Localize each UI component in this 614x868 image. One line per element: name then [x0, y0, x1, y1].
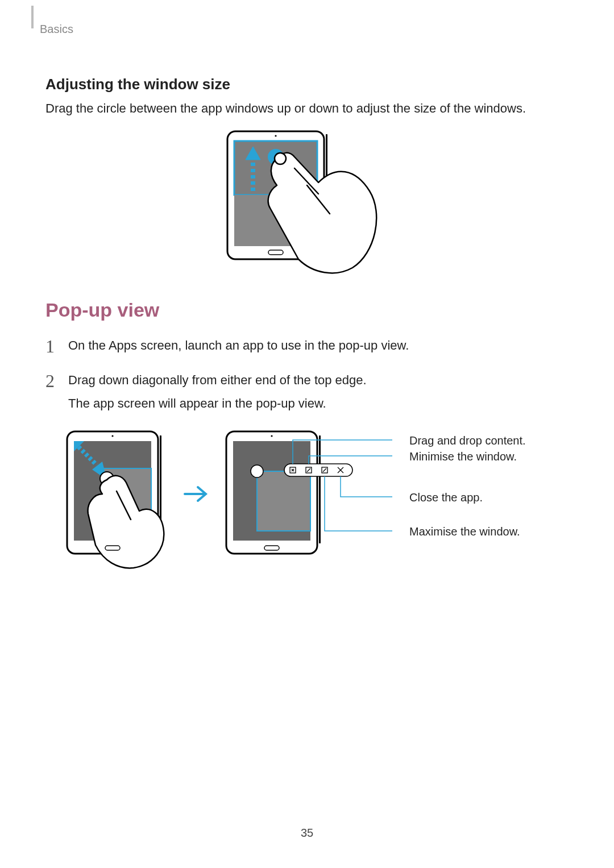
heading-popup-view: Pop-up view [45, 299, 569, 321]
step-1-text: On the Apps screen, launch an app to use… [68, 338, 409, 352]
svg-point-16 [111, 435, 113, 437]
step-2-text: Drag down diagonally from either end of … [68, 373, 367, 387]
step-2: Drag down diagonally from either end of … [45, 371, 569, 413]
callout-drag: Drag and drop content. [409, 434, 526, 447]
arrow-right-icon [182, 429, 210, 571]
callout-close: Close the app. [409, 491, 483, 504]
callout-maximise: Maximise the window. [409, 525, 520, 538]
step-2-extra: The app screen will appear in the pop-up… [68, 394, 569, 413]
adjust-description: Drag the circle between the app windows … [45, 100, 569, 117]
subheading-adjusting: Adjusting the window size [45, 76, 569, 93]
svg-rect-18 [319, 435, 321, 543]
svg-rect-22 [284, 464, 352, 476]
steps-list: On the Apps screen, launch an app to use… [45, 336, 569, 413]
svg-rect-20 [257, 471, 310, 531]
illustration-popup-toolbar [222, 429, 398, 576]
manual-page: Basics Adjusting the window size Drag th… [0, 0, 614, 868]
figure-popup-row: Drag and drop content. Minimise the wind… [63, 429, 569, 576]
svg-point-9 [275, 153, 286, 164]
illustration-split-view [222, 128, 392, 276]
page-number: 35 [0, 827, 614, 840]
svg-point-21 [251, 465, 263, 477]
callout-column: Drag and drop content. Minimise the wind… [409, 429, 540, 576]
svg-point-27 [271, 435, 272, 437]
svg-point-8 [275, 135, 276, 136]
figure-split-view [45, 128, 569, 276]
step-1: On the Apps screen, launch an app to use… [45, 336, 569, 355]
breadcrumb: Basics [40, 23, 569, 36]
callout-minimise: Minimise the window. [409, 450, 517, 463]
illustration-drag-diagonal [63, 429, 171, 571]
header-rule [31, 6, 34, 28]
